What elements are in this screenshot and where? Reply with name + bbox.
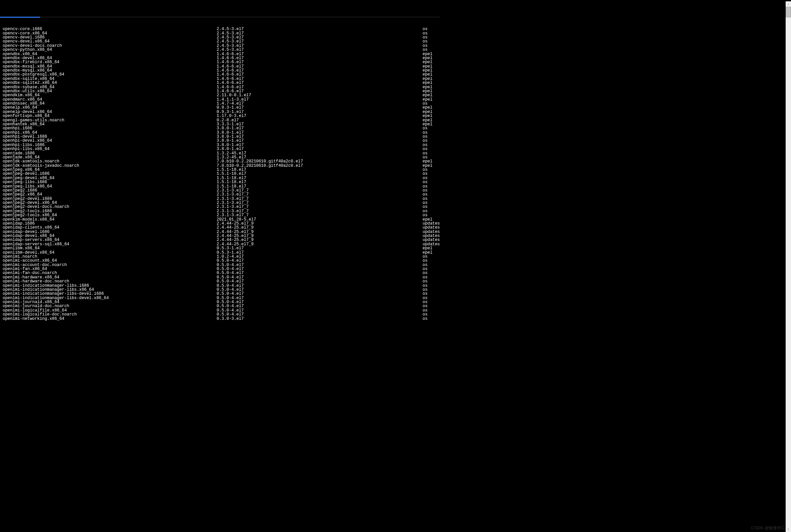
package-row: openlmi-hardware-doc.noarch0.5.0-4.el7os: [3, 279, 439, 283]
package-version: 0.5.0-4.el7: [216, 271, 422, 275]
package-version: 2.4.5-3.el7: [216, 27, 422, 31]
package-name: openjpeg-libs.i686: [3, 180, 216, 184]
package-version: 1.0.2-4.el7: [216, 255, 422, 259]
package-version: 1.4.6-6.el7: [216, 69, 422, 73]
package-repo: os: [422, 304, 439, 308]
vertical-scrollbar[interactable]: ▴ ▾: [786, 1, 791, 532]
package-row: openhpi.i6863.8.0-1.el7os: [3, 126, 439, 130]
package-version: 2.11.0-0.1.el7: [216, 93, 422, 97]
package-version: 1.4.6-6.el7: [216, 52, 422, 56]
package-name: openhpi-devel.x86_64: [3, 139, 216, 143]
package-version: 0.5.3-1.el7: [216, 246, 422, 250]
package-repo: os: [422, 27, 439, 31]
package-version: 7.0.b10-0.2.20210610.gitf40a2c0.el7: [216, 164, 422, 168]
package-version: 0.5.0-4.el7: [216, 279, 422, 283]
package-name: openelp.x86_64: [3, 106, 216, 110]
package-version: 1.4.1.1-3.el7: [216, 98, 422, 101]
package-row: openjpeg-libs.i6861.5.1-18.el7os: [3, 180, 439, 184]
package-version: 2.4.5-3.el7: [216, 35, 422, 39]
package-name: opendbx-postgresql.x86_64: [3, 73, 216, 77]
package-name: openlmi-hardware-doc.noarch: [3, 279, 216, 283]
package-version: 0.9.3-1.el7: [216, 110, 422, 114]
package-version: 1.17.0-3.el7: [216, 114, 422, 118]
package-version: 0.5.0-4.el7: [216, 259, 422, 263]
scroll-up-icon[interactable]: ▴: [786, 1, 791, 7]
scrollbar-thumb[interactable]: [786, 7, 791, 17]
package-version: 0.5.0-4.el7: [216, 300, 422, 304]
package-name: openlibm.x86_64: [3, 246, 216, 250]
package-repo: epel: [422, 60, 439, 64]
package-name: openlmi-networking.x86_64: [3, 317, 216, 321]
package-name: openhpi-libs.x86_64: [3, 147, 216, 151]
package-version: 1.4.6-6.el7: [216, 64, 422, 69]
package-version: 3.8.0-1.el7: [216, 135, 422, 139]
package-row: opendbx-sqlite2.x86_641.4.6-6.el7epel: [3, 81, 439, 85]
package-row: opendbx-firebird.x86_641.4.6-6.el7epel: [3, 60, 439, 64]
package-repo: os: [422, 139, 439, 143]
package-repo: os: [422, 279, 439, 283]
package-version: 1.3.2-45.el7: [216, 151, 422, 155]
package-row: openhpi-devel.x86_643.8.0-1.el7os: [3, 139, 439, 143]
package-version: 2.4.5-3.el7: [216, 48, 422, 52]
package-version: 3.3.3-1.el7: [216, 122, 422, 126]
package-version: 1.5.1-18.el7: [216, 168, 422, 172]
package-repo: epel: [422, 159, 439, 164]
package-name: openlmi-fan-doc.noarch: [3, 271, 216, 275]
terminal-blank-area: [440, 0, 786, 532]
package-row: openldap-servers.x86_642.4.44-25.el7_9up…: [3, 238, 439, 242]
package-version: 0.5.0-4.el7: [216, 312, 422, 317]
package-version: 2.4.44-25.el7_9: [216, 238, 422, 242]
package-row: opencv-core.i6862.4.5-3.el7os: [3, 27, 439, 31]
package-repo: os: [422, 147, 439, 151]
scroll-down-icon[interactable]: ▾: [786, 527, 791, 532]
package-repo: os: [422, 259, 439, 263]
package-row: opendkim.x86_642.11.0-0.1.el7epel: [3, 93, 439, 97]
package-version: 1.5.1-18.el7: [216, 176, 422, 180]
package-row: openldap-clients.x86_642.4.44-25.el7_9up…: [3, 226, 439, 230]
package-version: 3.8.0-1.el7: [216, 139, 422, 143]
package-repo: epel: [422, 106, 439, 110]
package-name: openjpeg-devel.i686: [3, 172, 216, 176]
package-row: openjdk-asmtools.noarch7.0.b10-0.2.20210…: [3, 159, 439, 164]
package-name: openkim-models.x86_64: [3, 217, 216, 222]
package-version: 0.9.3-1.el7: [216, 106, 422, 110]
package-version: 0.3.0-3.el7: [216, 317, 422, 321]
package-version: 0.2-8.el7: [216, 118, 422, 122]
package-name: openjpeg2-tools.x86_64: [3, 213, 216, 217]
package-repo: updates: [422, 226, 440, 230]
package-version: 7.0.b10-0.2.20210610.gitf40a2c0.el7: [216, 159, 422, 164]
package-repo: epel: [422, 114, 439, 118]
package-version: 1.4.6-6.el7: [216, 85, 422, 89]
package-version: 3.8.0-1.el7: [216, 147, 422, 151]
package-name: opendkim.x86_64: [3, 93, 216, 97]
package-name: opendbx-sqlite2.x86_64: [3, 81, 216, 85]
package-version: 1.4.6-6.el7: [216, 60, 422, 64]
package-version: 1.4.6-6.el7: [216, 81, 422, 85]
package-repo: os: [422, 205, 439, 209]
package-name: openlmi-journald-doc.noarch: [3, 304, 216, 308]
package-version: 0.5.0-4.el7: [216, 304, 422, 308]
package-name: openfortivpn.x86_64: [3, 114, 216, 118]
package-repo: os: [422, 39, 439, 43]
package-version: 0.5.0-4.el7: [216, 308, 422, 312]
package-version: 2.4.5-3.el7: [216, 32, 422, 35]
package-row: openelp.x86_640.9.3-1.el7epel: [3, 106, 439, 110]
package-version: 3.8.0-1.el7: [216, 126, 422, 130]
package-row: openjpeg2-devel-docs.noarch2.3.1-3.el7_7…: [3, 205, 439, 209]
package-version: 0.5.0-4.el7: [216, 288, 422, 292]
package-row: openlmi-indicationmanager-libs-devel.i68…: [3, 292, 439, 296]
package-repo: epel: [422, 93, 439, 97]
package-version: 0.5.3-1.el7: [216, 251, 422, 255]
package-name: opencv-devel.x86_64: [3, 39, 216, 43]
package-name: openjpeg2.x86_64: [3, 192, 216, 196]
package-version: 0.5.0-4.el7: [216, 296, 422, 300]
package-repo: updates: [422, 238, 440, 242]
package-version: 2.3.1-3.el7_7: [216, 205, 422, 209]
package-repo: os: [422, 213, 439, 217]
package-repo: os: [422, 312, 439, 317]
package-row: openjpeg-devel.i6861.5.1-18.el7os: [3, 172, 439, 176]
package-version: 3.8.0-1.el7: [216, 131, 422, 135]
active-tab-highlight: [0, 17, 40, 18]
package-row: openlmi-fan-doc.noarch0.5.0-4.el7os: [3, 271, 439, 275]
package-version: 0.5.0-4.el7: [216, 267, 422, 271]
